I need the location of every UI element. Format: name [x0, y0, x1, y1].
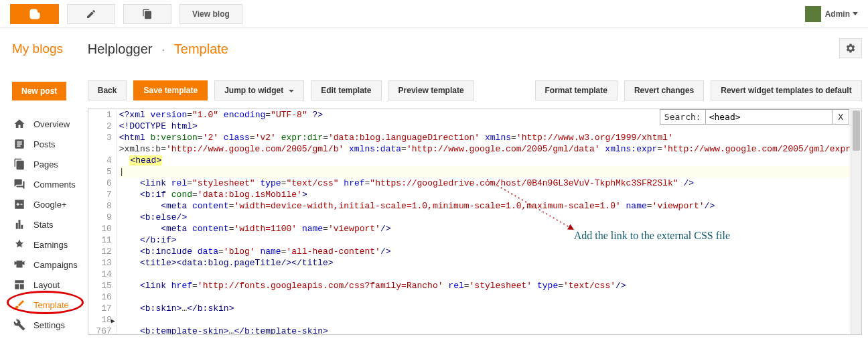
template-icon — [12, 297, 27, 312]
sidebar-item-campaigns[interactable]: Campaigns — [12, 255, 78, 275]
sidebar-item-label: Posts — [33, 139, 56, 149]
sidebar-item-label: Comments — [33, 180, 76, 190]
earnings-icon — [12, 237, 27, 252]
sidebar-item-earnings[interactable]: Earnings — [12, 234, 78, 255]
sidebar-item-label: Settings — [33, 320, 65, 330]
search-input[interactable] — [705, 110, 833, 124]
breadcrumb-page: Template — [174, 42, 228, 56]
view-blog-button[interactable]: View blog — [179, 4, 242, 24]
new-post-button[interactable]: New post — [12, 82, 66, 100]
home-icon — [12, 117, 27, 131]
code-content[interactable]: <?xml version="1.0" encoding="UTF-8" ?><… — [117, 109, 861, 335]
pages-icon — [12, 157, 27, 171]
sidebar-item-template[interactable]: Template — [12, 295, 78, 315]
sidebar-item-label: Pages — [33, 159, 58, 169]
googleplus-icon — [12, 197, 27, 212]
revert-changes-button[interactable]: Revert changes — [624, 80, 704, 100]
avatar — [805, 6, 821, 22]
sidebar-item-label: Overview — [33, 119, 70, 129]
preview-template-button[interactable]: Preview template — [388, 80, 474, 100]
sidebar-item-label: Layout — [33, 280, 60, 290]
compose-button[interactable] — [67, 4, 115, 24]
breadcrumb-blog: Helplogger — [88, 42, 153, 56]
line-number-gutter: 123456789101112131415161718▶767768▶83283… — [88, 109, 117, 335]
comments-icon — [12, 177, 27, 192]
save-template-button[interactable]: Save template — [133, 80, 208, 100]
settings-icon — [12, 318, 27, 332]
sidebar-item-pages[interactable]: Pages — [12, 154, 78, 174]
settings-gear-button[interactable] — [839, 38, 862, 58]
template-editor[interactable]: Search: X 123456789101112131415161718▶76… — [88, 109, 862, 335]
stats-icon — [12, 217, 27, 232]
posts-list-button[interactable] — [123, 4, 171, 24]
sidebar-item-label: Stats — [33, 220, 54, 230]
jump-to-widget-dropdown[interactable]: Jump to widget — [214, 80, 304, 100]
chevron-down-icon — [853, 12, 858, 15]
edit-template-button[interactable]: Edit template — [311, 80, 381, 100]
layout-icon — [12, 277, 27, 292]
back-button[interactable]: Back — [88, 80, 127, 100]
admin-label: Admin — [825, 9, 850, 19]
sidebar-item-layout[interactable]: Layout — [12, 275, 78, 295]
blogger-logo[interactable] — [10, 4, 59, 24]
sidebar-item-label: Template — [33, 300, 69, 310]
sidebar-item-label: Earnings — [33, 240, 68, 250]
breadcrumb-separator: · — [161, 42, 165, 56]
sidebar-item-settings[interactable]: Settings — [12, 315, 78, 335]
sidebar-item-label: Google+ — [33, 200, 67, 210]
account-menu[interactable]: Admin — [805, 6, 858, 22]
my-blogs-heading[interactable]: My blogs — [12, 42, 78, 56]
sidebar-item-overview[interactable]: Overview — [12, 114, 78, 134]
revert-widget-templates-button[interactable]: Revert widget templates to default — [711, 80, 861, 100]
search-close-button[interactable]: X — [833, 110, 849, 124]
sidebar-item-posts[interactable]: Posts — [12, 134, 78, 154]
scrollbar-thumb[interactable] — [853, 111, 860, 151]
sidebar-item-stats[interactable]: Stats — [12, 214, 78, 234]
campaigns-icon — [12, 257, 27, 272]
posts-icon — [12, 137, 27, 151]
sidebar-item-label: Campaigns — [33, 260, 78, 270]
format-template-button[interactable]: Format template — [535, 80, 618, 100]
editor-search-bar: Search: X — [660, 109, 849, 125]
editor-scrollbar[interactable] — [851, 109, 861, 334]
breadcrumb: Helplogger · Template — [88, 42, 862, 57]
sidebar-item-googleplus[interactable]: Google+ — [12, 194, 78, 214]
search-label: Search: — [660, 110, 705, 124]
sidebar-item-comments[interactable]: Comments — [12, 174, 78, 194]
gear-icon — [845, 43, 856, 54]
